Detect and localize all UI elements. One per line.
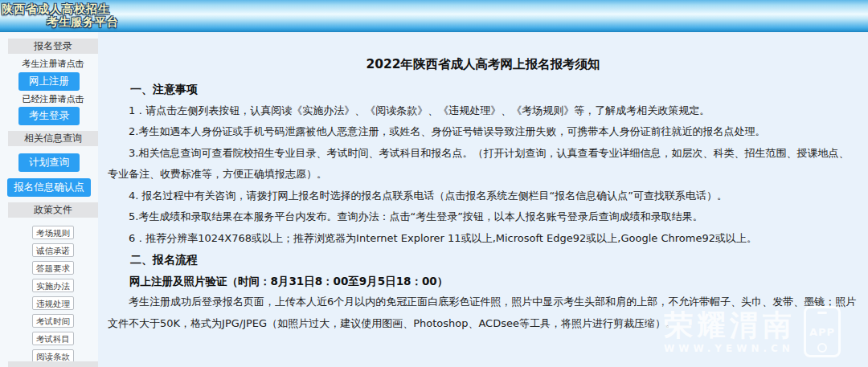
policy-item-exam-subjects-button[interactable]: 考试科目 [32,332,74,345]
sidebar-section-login: 报名登录 [8,39,98,54]
candidate-login-button[interactable]: 考生登录 [18,107,80,125]
section-heading-notes: 一、注意事项 [108,79,858,100]
policy-item-answer-requirements-button[interactable]: 答题要求 [32,261,74,275]
register-hint-label: 考生注册请点击 [0,59,98,69]
app-header: 陕西省成人高校招生 考生服务平台 [0,0,868,32]
notice-item-3: 3.相关信息查询可查看院校招生专业目录、考试时间、考试科目和报名点。（打开计划查… [108,143,858,186]
online-register-button[interactable]: 网上注册 [18,72,80,91]
page-title: 2022年陕西省成人高考网上报名报考须知 [108,56,858,72]
sidebar-section-policy: 政策文件 [8,202,98,218]
policy-item-implementation-measures-button[interactable]: 实施办法 [32,279,74,292]
policy-item-exam-room-rules-button[interactable]: 考场规则 [32,226,74,239]
policy-item-integrity-pledge-button[interactable]: 诚信承诺 [32,243,74,257]
sidebar: 报名登录 考生注册请点击 网上注册 已经注册请点击 考生登录 相关信息查询 计划… [0,32,98,367]
site-title-line1: 陕西省成人高校招生 [2,2,868,15]
plan-query-button[interactable]: 计划查询 [18,153,80,172]
notice-item-5: 5.考生成绩和录取结果在本服务平台内发布。查询办法：点击“考生登录”按钮，以本人… [108,206,858,228]
site-title-line2: 考生服务平台 [2,15,868,28]
policy-list: 考场规则 诚信承诺 答题要求 实施办法 违规处理 考试时间 考试科目 阅读条款 [0,226,98,367]
policy-item-exam-time-button[interactable]: 考试时间 [32,314,74,328]
notice-item-1: 1．请点击左侧列表按钮，认真阅读《实施办法》、《阅读条款》、《违规处理》、《考场… [108,100,858,122]
page: 陕西省成人高校招生 考生服务平台 报名登录 考生注册请点击 网上注册 已经注册请… [0,0,868,367]
notice-item-2: 2.考生如遇本人身份证或手机号码泄露被他人恶意注册，或姓名、身份证号错误导致注册… [108,121,858,143]
registration-confirm-point-button[interactable]: 报名信息确认点 [7,178,91,197]
schedule-paragraph: 考生注册成功后登录报名页面，上传本人近6个月以内的免冠正面白底彩色证件照，照片中… [108,292,858,334]
watermark-url: WWW.YEWN.CN [664,343,796,354]
notice-item-4: 4. 报名过程中有关咨询，请拨打网上报名时选择的报名点联系电话（点击报名系统左侧… [108,186,858,207]
site-title: 陕西省成人高校招生 考生服务平台 [0,0,868,28]
sidebar-section-info-query: 相关信息查询 [8,131,98,146]
policy-item-violation-handling-button[interactable]: 违规处理 [32,296,74,310]
notice-content: 2022年陕西省成人高考网上报名报考须知 一、注意事项 1．请点击左侧列表按钮，… [98,32,868,367]
sidebar-bottom-section-partial [8,361,98,367]
section-heading-procedure: 二、报名流程 [108,249,858,271]
login-hint-label: 已经注册请点击 [0,94,98,104]
notice-item-6: 6．推荐分辨率1024X768或以上；推荐浏览器为Internet Explor… [108,228,858,250]
schedule-heading: 网上注册及照片验证（时间：8月31日8：00至9月5日18：00） [108,271,858,292]
